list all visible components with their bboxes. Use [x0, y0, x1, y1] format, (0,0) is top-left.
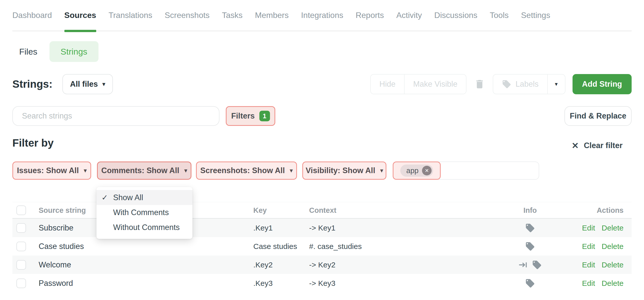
page-title: Strings:	[12, 78, 53, 90]
delete-link[interactable]: Delete	[602, 242, 624, 251]
filter-comments-label: Comments: Show All	[101, 166, 179, 175]
check-icon: ✓	[102, 193, 113, 202]
delete-link[interactable]: Delete	[602, 224, 624, 232]
edit-link[interactable]: Edit	[582, 224, 595, 232]
nav-item-members[interactable]: Members	[255, 0, 289, 31]
filter-comments-dropdown[interactable]: Comments: Show All ▾	[97, 161, 191, 180]
tag-icon	[525, 241, 535, 251]
remove-tag-button[interactable]: ✕	[422, 166, 432, 175]
header-source-string: Source string	[39, 206, 86, 214]
nav-item-discussions[interactable]: Discussions	[434, 0, 478, 31]
strings-toolbar: Strings: All files ▾ Hide Make Visible	[12, 74, 632, 94]
header-context: Context	[309, 206, 336, 214]
nav-item-settings[interactable]: Settings	[521, 0, 550, 31]
row-checkbox[interactable]	[16, 260, 26, 270]
toolbar-actions: Hide Make Visible Labels ▾ Add	[370, 74, 632, 94]
nav-item-screenshots[interactable]: Screenshots	[165, 0, 210, 31]
filter-visibility-dropdown[interactable]: Visibility: Show All ▾	[302, 161, 386, 180]
key-cell: .Key1	[253, 224, 273, 232]
filters-button-label: Filters	[231, 111, 255, 121]
labels-dropdown-toggle[interactable]: ▾	[547, 75, 565, 94]
edit-link[interactable]: Edit	[582, 261, 595, 269]
top-navigation: Dashboard Sources Translations Screensho…	[12, 0, 632, 31]
tab-files[interactable]: Files	[12, 47, 49, 57]
menu-item-label: Show All	[113, 193, 143, 202]
nav-item-dashboard[interactable]: Dashboard	[12, 0, 52, 31]
visibility-button-group: Hide Make Visible	[370, 74, 466, 94]
source-string-cell: Subscribe	[39, 223, 73, 233]
find-replace-button[interactable]: Find & Replace	[564, 106, 632, 126]
nav-item-tasks[interactable]: Tasks	[222, 0, 243, 31]
tag-icon	[502, 79, 511, 89]
context-cell: #. case_studies	[309, 242, 362, 251]
tab-strings[interactable]: Strings	[49, 41, 98, 62]
menu-item-with-comments[interactable]: With Comments	[96, 205, 192, 220]
chevron-down-icon: ▾	[103, 81, 105, 87]
comments-filter-menu: ✓ Show All With Comments Without Comment…	[96, 187, 192, 239]
search-input[interactable]	[12, 106, 219, 126]
make-visible-button[interactable]: Make Visible	[404, 75, 466, 94]
labels-filter-focused-segment: app ✕	[393, 161, 441, 180]
file-filter-value: All files	[70, 80, 98, 89]
table-row: Case studies Case studies #. case_studie…	[12, 237, 632, 256]
header-key: Key	[253, 206, 267, 214]
strings-page: Dashboard Sources Translations Screensho…	[0, 0, 644, 300]
labels-split-button: Labels ▾	[493, 74, 565, 94]
nav-item-reports[interactable]: Reports	[356, 0, 384, 31]
menu-item-without-comments[interactable]: Without Comments	[96, 220, 192, 235]
context-cell: -> Key1	[309, 224, 335, 232]
source-string-cell: Password	[39, 279, 73, 288]
filter-screenshots-dropdown[interactable]: Screenshots: Show All ▾	[196, 161, 297, 180]
row-checkbox[interactable]	[16, 223, 26, 233]
source-subtabs: Files Strings	[12, 41, 98, 62]
close-icon: ✕	[572, 141, 579, 151]
row-checkbox[interactable]	[16, 242, 26, 251]
filters-button[interactable]: Filters 1	[226, 106, 275, 126]
filter-chip-row: Issues: Show All ▾ Comments: Show All ▾ …	[12, 161, 632, 180]
chevron-down-icon: ▾	[380, 168, 383, 173]
header-actions: Actions	[597, 206, 624, 214]
tag-icon	[525, 223, 535, 233]
file-filter-dropdown[interactable]: All files ▾	[62, 74, 113, 94]
table-row: Welcome .Key2 -> Key2 Edit Delete	[12, 256, 632, 274]
key-cell: Case studies	[253, 242, 297, 251]
clear-filter-button[interactable]: ✕ Clear filter	[572, 141, 623, 151]
select-all-checkbox[interactable]	[16, 205, 26, 215]
source-string-cell: Case studies	[39, 242, 84, 251]
edit-link[interactable]: Edit	[582, 279, 595, 288]
source-string-cell: Welcome	[39, 260, 71, 269]
delete-strings-button[interactable]	[474, 77, 486, 91]
arrow-to-bar-icon	[518, 260, 528, 270]
search-row: Filters 1 Find & Replace	[12, 106, 632, 126]
nav-item-activity[interactable]: Activity	[396, 0, 422, 31]
menu-item-label: Without Comments	[113, 223, 180, 232]
nav-item-tools[interactable]: Tools	[490, 0, 509, 31]
add-string-button[interactable]: Add String	[573, 74, 632, 94]
chevron-down-icon: ▾	[84, 168, 87, 173]
nav-item-translations[interactable]: Translations	[109, 0, 152, 31]
nav-item-integrations[interactable]: Integrations	[301, 0, 343, 31]
hide-button[interactable]: Hide	[371, 75, 404, 94]
tag-icon	[532, 260, 542, 270]
filter-screenshots-label: Screenshots: Show All	[200, 166, 285, 175]
filter-issues-dropdown[interactable]: Issues: Show All ▾	[12, 161, 91, 180]
edit-link[interactable]: Edit	[582, 242, 595, 251]
key-cell: .Key2	[253, 261, 273, 269]
delete-link[interactable]: Delete	[602, 261, 624, 269]
row-checkbox[interactable]	[16, 279, 26, 288]
context-cell: -> Key3	[309, 279, 335, 288]
chevron-down-icon: ▾	[555, 81, 558, 87]
header-info: Info	[512, 206, 548, 214]
tag-icon	[525, 278, 535, 288]
menu-item-label: With Comments	[113, 208, 169, 217]
table-row: Password .Key3 -> Key3 Edit Delete	[12, 274, 632, 292]
chevron-down-icon: ▾	[184, 168, 187, 173]
context-cell: -> Key2	[309, 261, 335, 269]
menu-item-show-all[interactable]: ✓ Show All	[96, 190, 192, 205]
chevron-down-icon: ▾	[290, 168, 293, 173]
filters-count-badge: 1	[259, 111, 270, 121]
key-cell: .Key3	[253, 279, 273, 288]
nav-item-sources[interactable]: Sources	[64, 0, 96, 31]
labels-button[interactable]: Labels	[493, 75, 547, 94]
delete-link[interactable]: Delete	[602, 279, 624, 288]
